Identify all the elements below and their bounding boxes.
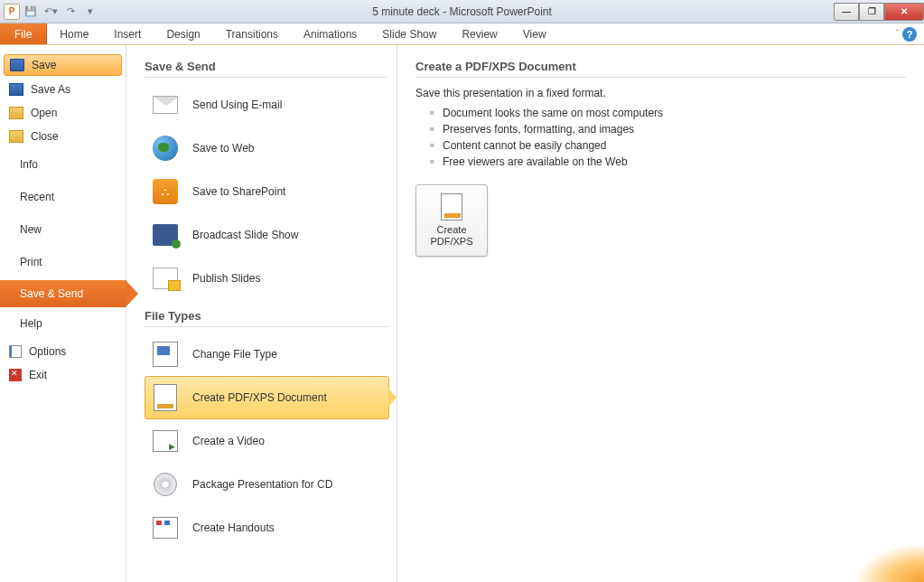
tab-animations[interactable]: Animations xyxy=(291,23,369,44)
video-icon xyxy=(151,427,180,455)
create-video-label: Create a Video xyxy=(192,435,265,447)
create-pdf-xps-label: Create PDF/XPS Document xyxy=(192,391,327,404)
tab-transitions[interactable]: Transitions xyxy=(213,23,291,44)
nav-save-send[interactable]: Save & Send xyxy=(0,280,126,307)
handout-icon xyxy=(151,513,180,542)
save-as-icon xyxy=(9,83,23,96)
nav-options-label: Options xyxy=(29,345,66,358)
save-send-column: Save & Send Send Using E-mail Save to We… xyxy=(126,45,397,582)
maximize-button[interactable]: ❐ xyxy=(859,3,884,21)
change-file-type[interactable]: Change File Type xyxy=(145,333,389,376)
create-pdf-xps[interactable]: Create PDF/XPS Document xyxy=(145,376,389,419)
backstage-nav: Save Save As Open Close Info Recent New … xyxy=(0,45,126,582)
nav-print[interactable]: Print xyxy=(0,246,126,278)
nav-info[interactable]: Info xyxy=(0,148,126,181)
nav-new[interactable]: New xyxy=(0,213,126,246)
save-send-heading: Save & Send xyxy=(145,60,397,73)
envelope-icon xyxy=(151,90,180,119)
change-file-type-label: Change File Type xyxy=(192,348,277,361)
tab-home[interactable]: Home xyxy=(47,23,101,44)
file-types-heading: File Types xyxy=(145,309,397,323)
exit-icon xyxy=(9,369,22,381)
pdf-large-icon xyxy=(441,193,462,221)
decorative-swoosh xyxy=(843,537,924,582)
send-email[interactable]: Send Using E-mail xyxy=(145,83,389,127)
nav-close-label: Close xyxy=(31,130,59,143)
save-icon xyxy=(10,59,24,71)
qat-dropdown-icon[interactable]: ▾ xyxy=(81,3,99,21)
quick-access-toolbar: P 💾 ↶▾ ↷ ▾ xyxy=(0,3,99,21)
publish-icon xyxy=(151,264,180,293)
close-file-icon xyxy=(9,130,23,143)
cd-icon xyxy=(151,470,180,499)
globe-icon xyxy=(151,134,180,163)
bullet-item: Document looks the same on most computer… xyxy=(430,105,906,121)
minimize-button[interactable]: — xyxy=(834,3,859,21)
tab-view[interactable]: View xyxy=(510,23,559,44)
open-icon xyxy=(9,107,23,119)
save-to-sharepoint-label: Save to SharePoint xyxy=(192,185,285,198)
broadcast-icon xyxy=(151,221,180,249)
pdf-icon xyxy=(151,383,180,412)
undo-icon[interactable]: ↶▾ xyxy=(42,3,60,21)
create-video[interactable]: Create a Video xyxy=(145,419,389,463)
save-to-sharepoint[interactable]: ⛬ Save to SharePoint xyxy=(145,170,389,213)
nav-save[interactable]: Save xyxy=(4,54,122,76)
detail-heading: Create a PDF/XPS Document xyxy=(415,60,906,73)
tab-design[interactable]: Design xyxy=(154,23,212,44)
tab-review[interactable]: Review xyxy=(449,23,509,44)
publish-label: Publish Slides xyxy=(192,272,260,285)
broadcast-slideshow[interactable]: Broadcast Slide Show xyxy=(145,213,389,257)
detail-bullets: Document looks the same on most computer… xyxy=(415,105,906,170)
options-icon xyxy=(9,345,22,358)
tab-insert[interactable]: Insert xyxy=(101,23,154,44)
app-icon: P xyxy=(4,4,20,20)
qat-save-icon[interactable]: 💾 xyxy=(22,3,40,21)
ribbon-tabs: File Home Insert Design Transitions Anim… xyxy=(0,23,924,45)
nav-exit-label: Exit xyxy=(29,369,47,381)
detail-description: Save this presentation in a fixed format… xyxy=(415,87,906,99)
create-handouts-label: Create Handouts xyxy=(192,521,275,534)
broadcast-label: Broadcast Slide Show xyxy=(192,229,298,241)
window-title: 5 minute deck - Microsoft PowerPoint xyxy=(372,5,552,18)
file-tab[interactable]: File xyxy=(0,23,47,44)
nav-help[interactable]: Help xyxy=(0,307,126,340)
create-handouts[interactable]: Create Handouts xyxy=(145,506,389,549)
nav-recent[interactable]: Recent xyxy=(0,181,126,213)
package-cd-label: Package Presentation for CD xyxy=(192,478,332,491)
send-email-label: Send Using E-mail xyxy=(192,99,282,111)
sharepoint-icon: ⛬ xyxy=(151,177,180,206)
create-pdf-xps-button[interactable]: Create PDF/XPS xyxy=(415,184,488,257)
create-pdf-xps-button-label: Create PDF/XPS xyxy=(416,224,487,248)
help-icon[interactable]: ? xyxy=(902,27,917,42)
close-window-button[interactable]: ✕ xyxy=(884,3,924,21)
window-controls: — ❐ ✕ xyxy=(834,3,924,21)
backstage-view: Save Save As Open Close Info Recent New … xyxy=(0,45,924,582)
nav-save-as[interactable]: Save As xyxy=(0,78,126,101)
nav-exit[interactable]: Exit xyxy=(0,363,126,387)
package-for-cd[interactable]: Package Presentation for CD xyxy=(145,463,389,506)
bullet-item: Preserves fonts, formatting, and images xyxy=(430,121,906,137)
titlebar: P 💾 ↶▾ ↷ ▾ 5 minute deck - Microsoft Pow… xyxy=(0,0,924,23)
ribbon-minimize-icon[interactable]: ˆ xyxy=(896,29,899,39)
detail-pane: Create a PDF/XPS Document Save this pres… xyxy=(397,45,924,582)
save-to-web[interactable]: Save to Web xyxy=(145,127,389,170)
nav-save-as-label: Save As xyxy=(31,83,70,96)
publish-slides[interactable]: Publish Slides xyxy=(145,257,389,300)
redo-icon[interactable]: ↷ xyxy=(61,3,79,21)
filetype-icon xyxy=(151,340,180,369)
save-to-web-label: Save to Web xyxy=(192,142,254,155)
nav-close[interactable]: Close xyxy=(0,125,126,148)
nav-open-label: Open xyxy=(31,107,57,119)
nav-save-label: Save xyxy=(32,59,56,71)
bullet-item: Content cannot be easily changed xyxy=(430,137,906,154)
nav-open[interactable]: Open xyxy=(0,101,126,125)
bullet-item: Free viewers are available on the Web xyxy=(430,154,906,170)
tab-slideshow[interactable]: Slide Show xyxy=(369,23,449,44)
nav-options[interactable]: Options xyxy=(0,340,126,363)
